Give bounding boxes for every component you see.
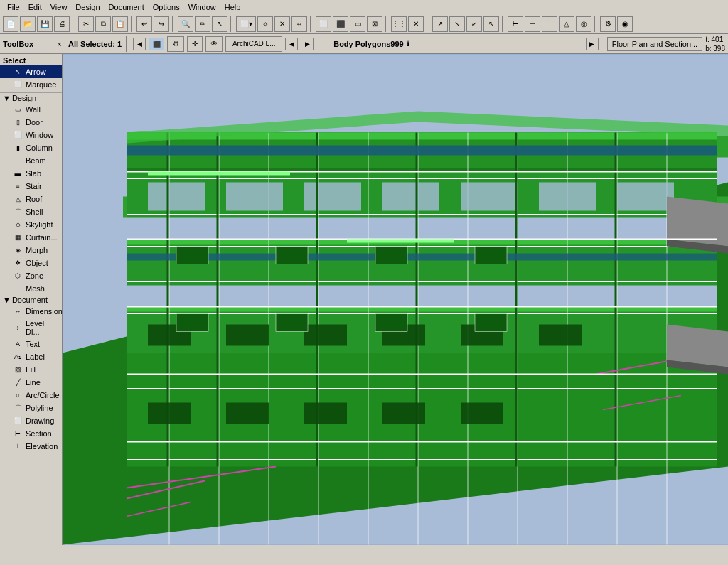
tool-marquee[interactable]: ⬜ Marquee bbox=[0, 78, 62, 91]
tool-text[interactable]: A Text bbox=[0, 338, 62, 350]
svg-rect-80 bbox=[475, 314, 507, 332]
pencil-btn[interactable]: ✏ bbox=[195, 16, 210, 32]
door-label: Door bbox=[26, 118, 43, 127]
menu-view[interactable]: View bbox=[46, 1, 72, 13]
tool-wall[interactable]: ▭ Wall bbox=[0, 103, 62, 116]
tb25[interactable]: ⚙ bbox=[600, 16, 616, 32]
tool-dimension[interactable]: ↔ Dimension bbox=[0, 305, 62, 318]
new-btn[interactable]: 📄 bbox=[3, 16, 18, 32]
tb24[interactable]: ◎ bbox=[576, 16, 592, 32]
menu-edit[interactable]: Edit bbox=[24, 1, 46, 13]
tb21[interactable]: ⊣ bbox=[525, 16, 540, 32]
svg-rect-42 bbox=[617, 183, 674, 211]
tool-object[interactable]: ❖ Object bbox=[0, 257, 62, 269]
tool-beam[interactable]: — Beam bbox=[0, 154, 62, 167]
design-section: ▼ Design ▭ Wall ▯ Door ⬜ Window ▮ Column… bbox=[0, 93, 62, 295]
tool-polyline[interactable]: ⌒ Polyline bbox=[0, 402, 62, 414]
tool-stair[interactable]: ≡ Stair bbox=[0, 180, 62, 193]
tool-window[interactable]: ⬜ Window bbox=[0, 129, 62, 141]
floor-plan-btn[interactable]: Floor Plan and Section... bbox=[607, 37, 702, 51]
menu-window[interactable]: Window bbox=[184, 1, 220, 13]
archicad-btn[interactable]: ArchiCAD L... bbox=[225, 36, 282, 52]
tb23[interactable]: △ bbox=[559, 16, 574, 32]
tb8[interactable]: ✕ bbox=[274, 16, 290, 32]
tool-arc[interactable]: ○ Arc/Circle bbox=[0, 389, 62, 402]
tb16[interactable]: ↗ bbox=[432, 16, 448, 32]
settings-btn[interactable]: ⚙ bbox=[167, 36, 184, 52]
tool-line[interactable]: ╱ Line bbox=[0, 376, 62, 389]
tool-elevation[interactable]: ⊥ Elevation bbox=[0, 440, 62, 453]
slab-icon: ▬ bbox=[13, 168, 23, 178]
coord-t: t: 401 bbox=[705, 35, 725, 44]
tb7[interactable]: ⟡ bbox=[257, 16, 273, 32]
tool-zone[interactable]: ⬡ Zone bbox=[0, 269, 62, 282]
undo-btn[interactable]: ↩ bbox=[136, 16, 152, 32]
tb11[interactable]: ⬛ bbox=[333, 16, 348, 32]
tb17[interactable]: ↘ bbox=[449, 16, 465, 32]
cut-btn[interactable]: ✂ bbox=[78, 16, 94, 32]
nav-play-btn[interactable]: ▶ bbox=[301, 38, 314, 50]
tool-door[interactable]: ▯ Door bbox=[0, 116, 62, 129]
tool-morph[interactable]: ◈ Morph bbox=[0, 244, 62, 257]
copy-btn[interactable]: ⧉ bbox=[95, 16, 111, 32]
tb12[interactable]: ▭ bbox=[350, 16, 365, 32]
tool-label[interactable]: A₁ Label bbox=[0, 350, 62, 363]
toolbox-close[interactable]: × bbox=[58, 40, 62, 48]
tool-skylight[interactable]: ◇ Skylight bbox=[0, 218, 62, 231]
print-btn[interactable]: 🖨 bbox=[54, 16, 70, 32]
tb19[interactable]: ↖ bbox=[483, 16, 499, 32]
redo-btn[interactable]: ↪ bbox=[154, 16, 169, 32]
tb20[interactable]: ⊢ bbox=[508, 16, 523, 32]
nav-right1-btn[interactable]: ▶ bbox=[586, 38, 599, 50]
tool-column[interactable]: ▮ Column bbox=[0, 141, 62, 154]
svg-rect-59 bbox=[226, 403, 269, 424]
open-btn[interactable]: 📂 bbox=[20, 16, 36, 32]
select-all-btn[interactable]: ⬜▾ bbox=[236, 16, 256, 32]
tool-slab[interactable]: ▬ Slab bbox=[0, 167, 62, 180]
tb26[interactable]: ◉ bbox=[617, 16, 633, 32]
all-selected-label: All Selected: 1 bbox=[68, 40, 122, 48]
menu-file[interactable]: File bbox=[3, 1, 24, 13]
tool-shell[interactable]: ⌒ Shell bbox=[0, 205, 62, 218]
pointer-btn[interactable]: ↖ bbox=[212, 16, 228, 32]
tool-roof[interactable]: △ Roof bbox=[0, 193, 62, 205]
nav-prev-btn[interactable]: ◀ bbox=[285, 38, 298, 50]
save-btn[interactable]: 💾 bbox=[37, 16, 53, 32]
crosshair-btn[interactable]: ✛ bbox=[187, 36, 203, 52]
tb22[interactable]: ⌒ bbox=[542, 16, 557, 32]
menu-options[interactable]: Options bbox=[149, 1, 184, 13]
column-icon: ▮ bbox=[13, 143, 23, 153]
tool-curtain[interactable]: ▦ Curtain... bbox=[0, 231, 62, 244]
design-triangle-icon: ▼ bbox=[3, 94, 11, 102]
slab-label: Slab bbox=[26, 169, 41, 178]
tool-section[interactable]: ⊢ Section bbox=[0, 427, 62, 440]
prev-element-btn[interactable]: ◀ bbox=[133, 38, 146, 50]
tool-fill[interactable]: ▨ Fill bbox=[0, 363, 62, 376]
tool-arrow[interactable]: ↖ Arrow bbox=[0, 65, 62, 78]
beam-label: Beam bbox=[26, 156, 46, 165]
document-section-header[interactable]: ▼ Document bbox=[0, 295, 62, 305]
select-element-btn[interactable]: ⬛ bbox=[149, 38, 164, 50]
svg-rect-74 bbox=[276, 247, 308, 264]
viewport-3d[interactable] bbox=[63, 54, 728, 545]
tool-level-dim[interactable]: ↕ Level Di... bbox=[0, 318, 62, 338]
tb18[interactable]: ↙ bbox=[466, 16, 482, 32]
zone-label: Zone bbox=[26, 271, 43, 280]
tb9[interactable]: ↔ bbox=[291, 16, 307, 32]
menu-design[interactable]: Design bbox=[71, 1, 104, 13]
tool-drawing[interactable]: ⬜ Drawing bbox=[0, 414, 62, 427]
tb10[interactable]: ⬜ bbox=[316, 16, 331, 32]
zoom-btn[interactable]: 🔍 bbox=[178, 16, 193, 32]
paste-btn[interactable]: 📋 bbox=[112, 16, 128, 32]
select-section: Select ↖ Arrow ⬜ Marquee bbox=[0, 54, 62, 93]
tb15[interactable]: ✕ bbox=[408, 16, 424, 32]
tb13[interactable]: ⊠ bbox=[367, 16, 382, 32]
roof-label: Roof bbox=[26, 195, 42, 203]
menu-document[interactable]: Document bbox=[105, 1, 149, 13]
design-section-header[interactable]: ▼ Design bbox=[0, 93, 62, 103]
elevation-icon: ⊥ bbox=[13, 441, 23, 451]
menu-help[interactable]: Help bbox=[220, 1, 245, 13]
tool-mesh[interactable]: ⋮ Mesh bbox=[0, 282, 62, 295]
eye-btn[interactable]: 👁 bbox=[205, 36, 223, 52]
tb14[interactable]: ⋮⋮ bbox=[391, 16, 407, 32]
